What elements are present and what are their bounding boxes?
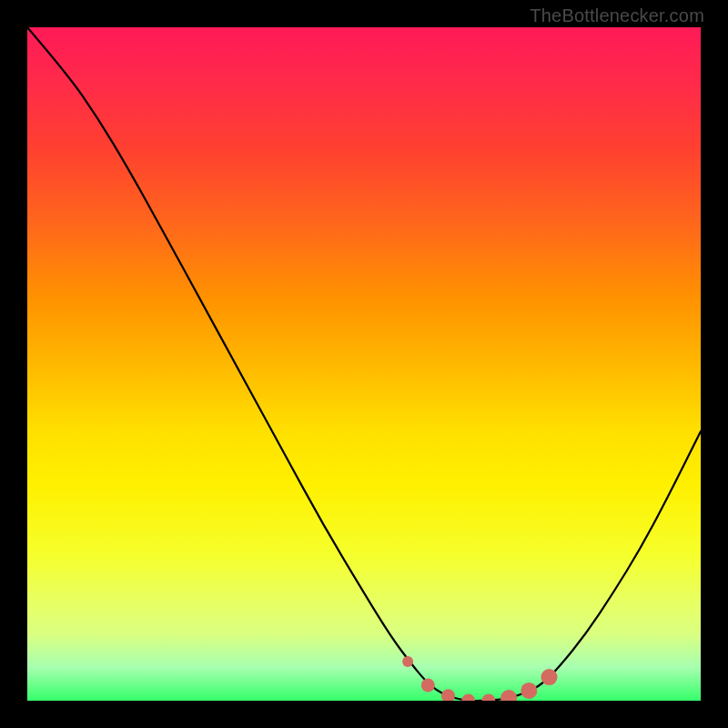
plot-background <box>27 27 701 701</box>
chart-frame: TheBottleneсker.com <box>0 0 728 728</box>
attribution-text: TheBottleneсker.com <box>530 5 704 26</box>
